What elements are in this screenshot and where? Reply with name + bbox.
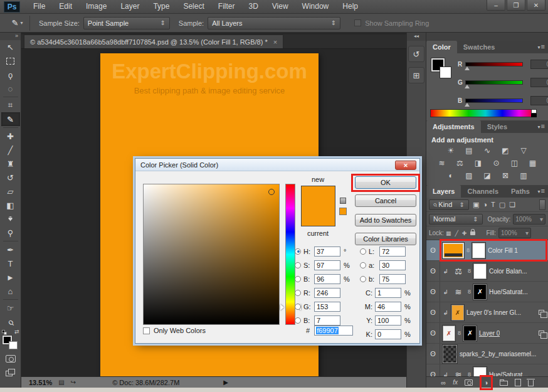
color-balance-icon[interactable]: ⚖ [451, 265, 465, 277]
gradient-map-icon[interactable]: ▥ [517, 171, 530, 181]
filter-adjustment-layers-icon[interactable]: ◑ [483, 201, 487, 208]
delete-layer-icon[interactable] [528, 380, 534, 386]
filter-shape-layers-icon[interactable]: ▢ [499, 201, 505, 209]
visibility-toggle[interactable]: ʘ [426, 240, 440, 260]
hue-saturation-icon[interactable]: ≋ [436, 158, 448, 168]
history-panel-button[interactable]: ↺ [408, 46, 424, 62]
layer-name[interactable]: sparks_2_by_mariasemel... [460, 351, 536, 358]
layer-mask-thumbnail[interactable] [473, 263, 487, 279]
only-web-colors-checkbox[interactable] [143, 327, 150, 334]
quick-selection-tool[interactable]: ◌ [1, 82, 20, 95]
panel-menu-icon[interactable]: ≡ [538, 43, 545, 50]
history-brush-tool[interactable]: ↺ [1, 171, 20, 184]
posterize-icon[interactable]: ▨ [463, 171, 475, 181]
blend-mode-dropdown[interactable]: Normal ⇕ [429, 214, 483, 225]
slider-handle-icon[interactable] [465, 103, 470, 107]
visibility-toggle[interactable]: ʘ [426, 323, 440, 343]
type-tool[interactable]: T [1, 257, 20, 270]
l-input[interactable]: 72 [379, 246, 406, 257]
b2-input[interactable]: 7 [314, 315, 340, 326]
layer-row-color-balance[interactable]: ʘ ↲ ⚖ 8 Color Balan... [426, 261, 548, 282]
document-size-info[interactable]: © Doc: 38.6M/282.7M [112, 379, 179, 386]
lock-position-icon[interactable]: ✚ [462, 230, 467, 236]
radio-b[interactable] [295, 276, 301, 282]
tab-color[interactable]: Color [426, 41, 457, 53]
black-white-icon[interactable]: ◨ [472, 158, 485, 168]
hue-slider-handle-icon[interactable] [280, 304, 284, 310]
selective-color-icon[interactable]: ⊠ [499, 171, 512, 181]
r-input[interactable]: 246 [314, 288, 340, 298]
layer-style-icon[interactable]: fx [453, 378, 458, 388]
invert-icon[interactable]: ◐ [445, 171, 457, 181]
b-input[interactable]: 96 [314, 274, 340, 284]
threshold-icon[interactable]: ◪ [481, 171, 493, 181]
show-sampling-ring-checkbox[interactable]: Show Sampling Ring [354, 19, 429, 27]
hex-input[interactable]: f69907 [314, 326, 353, 336]
quick-mask-button[interactable] [6, 355, 16, 363]
filter-kind-dropdown[interactable]: ϙ Kind ⇕ [429, 199, 469, 210]
layer-row-sparks[interactable]: ʘ sparks_2_by_mariasemel... [426, 344, 548, 364]
photo-filter-icon[interactable]: ⊙ [490, 158, 503, 168]
zoom-tool[interactable]: ϙ [1, 315, 20, 329]
restore-button[interactable]: ❐ [507, 0, 525, 11]
menu-3d[interactable]: 3D [241, 0, 265, 13]
radio-l[interactable] [360, 248, 366, 255]
menu-file[interactable]: File [26, 0, 52, 13]
layer-row-layer-0[interactable]: ʘ ✗ 8 ✗ Layer 0 [426, 323, 548, 344]
swap-colors-icon[interactable]: ⇄ [14, 329, 19, 335]
radio-r[interactable] [295, 290, 301, 296]
zoom-level[interactable]: 13.51% [29, 379, 52, 386]
visibility-toggle[interactable]: ʘ [426, 261, 440, 281]
hand-tool[interactable]: ☞ [1, 301, 20, 315]
default-colors-icon[interactable] [2, 330, 8, 335]
layer-row-hue-saturation[interactable]: ʘ ↲ ≋ 8 ✗ Hue/Saturat... [426, 282, 548, 302]
blue-slider[interactable] [465, 98, 523, 103]
toolbar-collapse-icon[interactable]: » [0, 33, 21, 40]
minimize-button[interactable]: – [487, 0, 505, 11]
radio-a[interactable] [360, 262, 366, 268]
hue-slider[interactable] [285, 184, 295, 325]
status-tool-icon[interactable]: ▤ [58, 379, 64, 386]
web-safe-cube-icon[interactable] [340, 198, 346, 204]
spot-healing-brush-tool[interactable]: ✚ [1, 129, 20, 143]
layer-mask-thumbnail[interactable]: ✗ [463, 326, 477, 341]
opacity-field[interactable]: 100% ▾ [513, 214, 545, 225]
red-value[interactable]: 0 [530, 60, 548, 69]
panel-menu-icon[interactable]: ≡ [538, 187, 545, 194]
ok-button[interactable]: OK [355, 176, 416, 189]
layer-thumbnail[interactable]: ✗ [451, 305, 464, 320]
menu-window[interactable]: Window [295, 0, 336, 13]
fill-field[interactable]: 100% ▾ [498, 228, 531, 238]
k-input[interactable]: 0 [375, 329, 401, 339]
layer-name[interactable]: Color Fill 1 [488, 247, 518, 254]
dock-collapse-icon[interactable]: ◂◂ [407, 33, 426, 41]
tab-swatches[interactable]: Swatches [457, 41, 502, 53]
slider-handle-icon[interactable] [465, 85, 470, 88]
visibility-toggle[interactable]: ʘ [426, 282, 440, 302]
lock-all-icon[interactable] [470, 231, 475, 235]
m-input[interactable]: 46 [375, 302, 401, 312]
brightness-contrast-icon[interactable]: ☀ [445, 146, 457, 156]
sample-size-dropdown[interactable]: Point Sample ⇕ [83, 17, 170, 29]
y-input[interactable]: 100 [375, 315, 401, 326]
sample-dropdown[interactable]: All Layers ⇕ [208, 17, 340, 29]
menu-edit[interactable]: Edit [52, 0, 79, 13]
status-menu-arrow-icon[interactable]: ▶ [223, 379, 228, 386]
dialog-title-bar[interactable]: Color Picker (Solid Color) [135, 159, 419, 171]
blue-value[interactable]: 0 [530, 96, 548, 105]
layer-thumbnail[interactable]: ✗ [443, 326, 455, 341]
red-slider[interactable] [465, 62, 523, 66]
dodge-tool[interactable]: ⚲ [1, 226, 20, 240]
layer-row-color-fill-1[interactable]: ʘ 8 Color Fill 1 [426, 240, 548, 261]
path-selection-tool[interactable]: ► [1, 270, 20, 284]
panel-menu-icon[interactable]: ≡ [538, 122, 545, 130]
black-swatch[interactable] [531, 114, 537, 117]
pen-tool[interactable]: ✒ [1, 243, 20, 257]
vibrance-icon[interactable]: ▽ [517, 146, 530, 156]
lock-transparency-icon[interactable]: ▦ [446, 230, 451, 236]
lock-pixels-icon[interactable]: ╱ [455, 230, 458, 236]
gradient-tool[interactable]: ◧ [1, 198, 20, 212]
radio-s[interactable] [295, 262, 301, 268]
color-libraries-button[interactable]: Color Libraries [355, 233, 416, 245]
visibility-toggle[interactable]: ʘ [426, 302, 440, 322]
